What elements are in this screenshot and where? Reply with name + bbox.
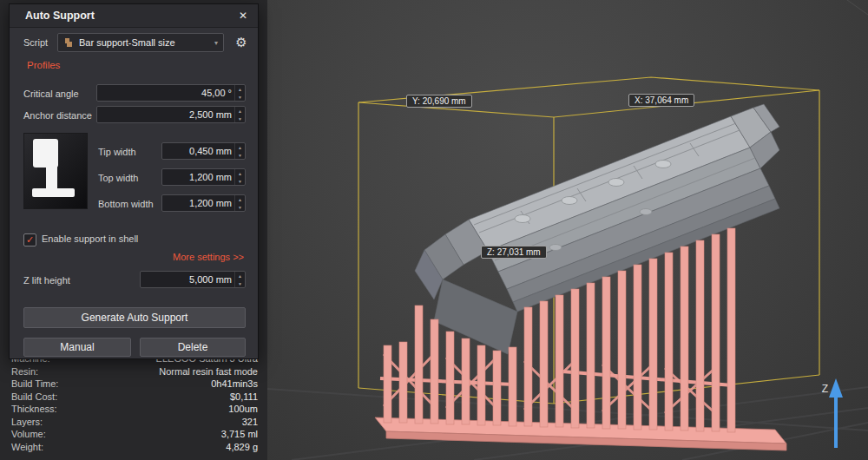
stat-value: $0,111 <box>230 391 258 404</box>
gear-icon[interactable]: ⚙ <box>232 33 251 52</box>
top-width-label: Top width <box>98 173 138 183</box>
spinner-up-icon[interactable]: ▲ <box>235 195 245 203</box>
tip-width-field: ▲▼ <box>161 142 246 160</box>
enable-support-in-shell-checkbox[interactable]: ✓ <box>23 233 36 246</box>
stat-label: Volume: <box>11 428 46 441</box>
stat-value: 3,715 ml <box>221 428 258 441</box>
stat-label: Weight: <box>11 441 43 454</box>
tip-width-label: Tip width <box>98 147 136 157</box>
top-width-field: ▲▼ <box>161 168 246 186</box>
stat-label: Resin: <box>11 365 38 378</box>
support-profile-preview <box>23 133 88 209</box>
stat-label: Layers: <box>11 416 43 429</box>
anchor-distance-field: ▲▼ <box>96 106 246 123</box>
stat-value: 0h41min3s <box>211 378 258 391</box>
viewport-3d-scene[interactable]: Z <box>267 0 868 460</box>
spinner-down-icon[interactable]: ▼ <box>235 151 245 159</box>
spinner-up-icon[interactable]: ▲ <box>235 143 245 151</box>
spinner: ▲▼ <box>234 169 245 185</box>
bottom-width-label: Bottom width <box>98 199 154 209</box>
tab-profiles[interactable]: Profiles <box>27 60 60 70</box>
stat-label: Build Cost: <box>11 391 57 404</box>
spinner: ▲▼ <box>234 107 245 122</box>
anchor-distance-label: Anchor distance <box>23 110 92 121</box>
stat-row-weight: Weight:4,829 g <box>11 441 258 454</box>
print-stats: Machine:ELEGOO Saturn 3 Ultra Resin:Norm… <box>11 352 258 453</box>
bottom-width-field: ▲▼ <box>161 194 246 212</box>
script-icon <box>63 37 74 48</box>
critical-angle-field: ▲▼ <box>96 84 246 102</box>
delete-button[interactable]: Delete <box>140 338 246 357</box>
spinner: ▲▼ <box>234 143 245 159</box>
dimension-label-y: Y: 20,690 mm <box>406 95 472 108</box>
stat-row-build-time: Build Time:0h41min3s <box>11 378 258 391</box>
stat-value: 100um <box>228 403 258 416</box>
stat-label: Thickness: <box>11 403 57 416</box>
script-label: Script <box>23 37 48 48</box>
spinner: ▲▼ <box>234 272 245 287</box>
panel-title: Auto Support <box>25 10 95 22</box>
stat-value: 4,829 g <box>226 441 258 454</box>
anchor-distance-input[interactable] <box>97 107 234 122</box>
z-axis-label: Z <box>822 383 828 395</box>
script-dropdown[interactable]: Bar support-Small size ▾ <box>57 33 224 52</box>
left-sidebar: Machine:ELEGOO Saturn 3 Ultra Resin:Norm… <box>0 0 267 460</box>
support-profile-glyph <box>24 134 87 208</box>
critical-angle-input[interactable] <box>97 85 234 101</box>
stat-row-volume: Volume:3,715 ml <box>11 428 258 441</box>
generate-auto-support-button[interactable]: Generate Auto Support <box>23 307 246 328</box>
bottom-width-input[interactable] <box>162 195 234 211</box>
spinner-up-icon[interactable]: ▲ <box>235 272 245 279</box>
critical-angle-label: Critical angle <box>23 89 79 99</box>
stat-row-thickness: Thickness:100um <box>11 403 258 416</box>
close-icon[interactable]: ✕ <box>234 8 252 24</box>
stat-row-build-cost: Build Cost:$0,111 <box>11 391 258 404</box>
spinner: ▲▼ <box>234 195 245 211</box>
enable-support-in-shell-label: Enable support in shell <box>42 233 138 244</box>
z-lift-height-input[interactable] <box>141 272 234 287</box>
stat-value: Normal resin fast mode <box>159 365 258 378</box>
spinner-up-icon[interactable]: ▲ <box>235 85 245 93</box>
more-settings-link[interactable]: More settings >> <box>173 252 244 262</box>
z-lift-height-label: Z lift height <box>23 275 70 286</box>
spinner-up-icon[interactable]: ▲ <box>235 107 245 115</box>
spinner-down-icon[interactable]: ▼ <box>235 93 245 101</box>
stat-label: Build Time: <box>11 378 58 391</box>
spinner-up-icon[interactable]: ▲ <box>235 169 245 177</box>
stat-value: 321 <box>242 416 258 429</box>
application-window: Machine:ELEGOO Saturn 3 Ultra Resin:Norm… <box>0 0 868 460</box>
manual-button[interactable]: Manual <box>23 338 131 357</box>
spinner-down-icon[interactable]: ▼ <box>235 115 245 122</box>
auto-support-panel: Auto Support ✕ Script Bar support-Small … <box>9 3 259 359</box>
chevron-down-icon: ▾ <box>214 39 218 47</box>
top-width-input[interactable] <box>162 169 234 185</box>
spinner: ▲▼ <box>234 85 245 101</box>
dimension-label-z: Z: 27,031 mm <box>481 246 547 259</box>
stat-row-layers: Layers:321 <box>11 416 258 429</box>
panel-title-bar[interactable]: Auto Support ✕ <box>10 4 258 28</box>
z-lift-height-field: ▲▼ <box>140 271 246 288</box>
spinner-down-icon[interactable]: ▼ <box>235 177 245 185</box>
viewport-3d[interactable]: Z Y: 20,690 mm X: 37,064 mm Z: 27,031 mm <box>267 0 868 460</box>
dimension-label-x: X: 37,064 mm <box>628 94 694 107</box>
spinner-down-icon[interactable]: ▼ <box>235 279 245 287</box>
spinner-down-icon[interactable]: ▼ <box>235 203 245 211</box>
stat-row-resin: Resin:Normal resin fast mode <box>11 365 258 378</box>
model-mesh[interactable] <box>415 104 779 354</box>
script-dropdown-value: Bar support-Small size <box>79 37 175 48</box>
tip-width-input[interactable] <box>162 143 234 159</box>
